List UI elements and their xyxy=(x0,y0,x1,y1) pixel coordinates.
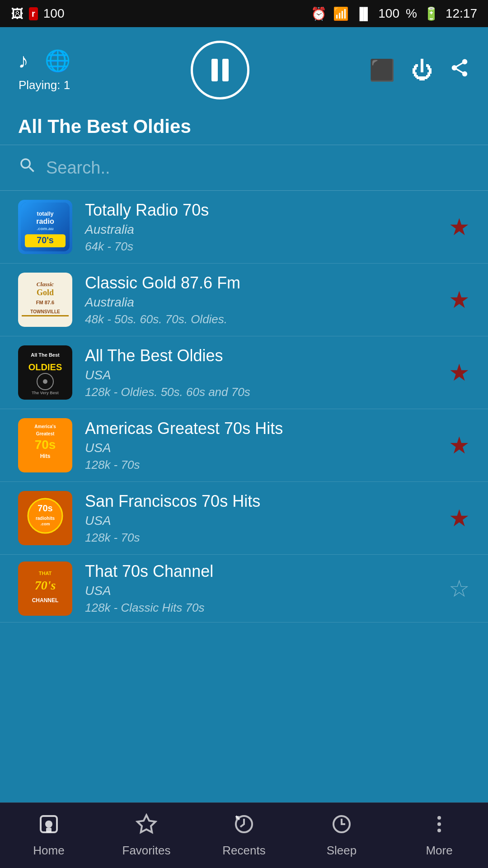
station-info: All The Best Oldies USA 128k - Oldies. 5… xyxy=(85,346,436,399)
station-name: Totally Radio 70s xyxy=(85,201,436,220)
bottom-nav: Home Favorites Recents Sleep xyxy=(0,802,488,868)
stop-icon[interactable]: ⬛ xyxy=(369,58,395,82)
home-icon xyxy=(38,813,60,840)
recents-label: Recents xyxy=(222,844,265,858)
station-info: Totally Radio 70s Australia 64k - 70s xyxy=(85,201,436,254)
station-meta: 48k - 50s. 60s. 70s. Oldies. xyxy=(85,312,436,326)
playing-status: Playing: 1 xyxy=(19,78,70,92)
nav-item-favorites[interactable]: Favorites xyxy=(98,813,195,858)
alarm-icon: ⏰ xyxy=(311,6,327,21)
wifi-icon: 📶 xyxy=(333,6,349,21)
station-meta: 128k - Classic Hits 70s xyxy=(85,601,436,615)
svg-text:THAT: THAT xyxy=(39,571,52,576)
header-right-controls: ⬛ ⏻ xyxy=(369,57,470,83)
svg-text:Hits: Hits xyxy=(40,453,51,459)
status-left: 🖼 r 100 xyxy=(11,6,65,21)
signal-icon: ▐▌ xyxy=(355,7,372,21)
search-icon xyxy=(18,156,37,179)
favorite-star[interactable]: ★ xyxy=(449,213,470,241)
battery-count: 100 xyxy=(43,6,65,21)
favorite-star[interactable]: ★ xyxy=(449,505,470,532)
station-name: All The Best Oldies xyxy=(85,346,436,365)
more-icon xyxy=(428,813,450,840)
nav-item-sleep[interactable]: Sleep xyxy=(293,813,390,858)
station-item[interactable]: THAT 70's CHANNEL That 70s Channel USA 1… xyxy=(0,555,488,623)
power-icon[interactable]: ⏻ xyxy=(411,58,433,83)
radio-icon: r xyxy=(29,7,38,20)
svg-text:OLDIES: OLDIES xyxy=(28,362,62,372)
globe-icon[interactable]: 🌐 xyxy=(45,48,70,73)
station-item[interactable]: totally radio .com.au 70's Totally Radio… xyxy=(0,191,488,264)
station-country: USA xyxy=(85,368,436,382)
pause-icon xyxy=(211,59,229,81)
svg-text:totally: totally xyxy=(37,211,53,217)
svg-text:70s: 70s xyxy=(35,438,56,452)
pause-button[interactable] xyxy=(191,41,249,99)
svg-text:FM 87.6: FM 87.6 xyxy=(36,300,54,305)
nav-item-more[interactable]: More xyxy=(390,813,488,858)
search-bar xyxy=(0,145,488,191)
current-station-title: All The Best Oldies xyxy=(0,108,488,145)
header-controls: ♪ 🌐 Playing: 1 ⬛ ⏻ xyxy=(18,41,470,99)
svg-text:.com: .com xyxy=(40,522,50,526)
header: ♪ 🌐 Playing: 1 ⬛ ⏻ xyxy=(0,27,488,108)
music-icon[interactable]: ♪ xyxy=(18,48,28,73)
home-label: Home xyxy=(33,844,64,858)
station-item[interactable]: America's Greatest 70s Hits Americas Gre… xyxy=(0,409,488,482)
svg-point-17 xyxy=(43,379,47,384)
favorite-star[interactable]: ☆ xyxy=(449,575,470,602)
svg-text:.com.au: .com.au xyxy=(37,226,53,231)
svg-text:Greatest: Greatest xyxy=(36,431,55,436)
station-name: Americas Greatest 70s Hits xyxy=(85,419,436,438)
station-logo: America's Greatest 70s Hits xyxy=(18,418,72,472)
station-logo: THAT 70's CHANNEL xyxy=(18,561,72,616)
status-bar: 🖼 r 100 ⏰ 📶 ▐▌ 100 % 🔋 12:17 xyxy=(0,0,488,27)
favorite-star[interactable]: ★ xyxy=(449,432,470,459)
nav-item-home[interactable]: Home xyxy=(0,813,98,858)
svg-text:CHANNEL: CHANNEL xyxy=(32,597,59,604)
station-country: USA xyxy=(85,441,436,455)
svg-text:TOWNSVILLE: TOWNSVILLE xyxy=(30,309,60,314)
time-display: 12:17 xyxy=(446,6,477,21)
photo-icon: 🖼 xyxy=(11,6,23,21)
favorite-star[interactable]: ★ xyxy=(449,359,470,386)
svg-text:radio: radio xyxy=(36,217,54,225)
svg-text:70's: 70's xyxy=(37,235,54,245)
more-label: More xyxy=(426,844,452,858)
station-country: USA xyxy=(85,584,436,598)
svg-text:All The Best: All The Best xyxy=(31,352,60,358)
station-country: Australia xyxy=(85,222,436,237)
sleep-icon xyxy=(331,813,352,840)
favorites-icon xyxy=(136,813,157,840)
svg-text:radiohits: radiohits xyxy=(36,516,55,521)
recents-icon xyxy=(233,813,255,840)
svg-text:America's: America's xyxy=(34,424,56,429)
station-list: totally radio .com.au 70's Totally Radio… xyxy=(0,191,488,772)
station-item[interactable]: Classic Gold FM 87.6 TOWNSVILLE Classic … xyxy=(0,264,488,336)
nav-item-recents[interactable]: Recents xyxy=(195,813,293,858)
station-country: Australia xyxy=(85,295,436,310)
share-icon[interactable] xyxy=(449,57,470,83)
station-name: San Franciscos 70s Hits xyxy=(85,492,436,511)
station-meta: 128k - 70s xyxy=(85,531,436,545)
station-logo: totally radio .com.au 70's xyxy=(18,200,72,254)
sleep-label: Sleep xyxy=(327,844,357,858)
header-center xyxy=(191,41,249,99)
battery-percent: 100 xyxy=(378,6,399,21)
station-item[interactable]: All The Best OLDIES The Very Best All Th… xyxy=(0,336,488,409)
station-country: USA xyxy=(85,514,436,528)
station-name: That 70s Channel xyxy=(85,562,436,581)
station-meta: 128k - Oldies. 50s. 60s and 70s xyxy=(85,385,436,399)
svg-rect-12 xyxy=(22,315,69,316)
svg-text:Classic: Classic xyxy=(37,281,54,288)
svg-text:Gold: Gold xyxy=(37,288,54,297)
station-logo: Classic Gold FM 87.6 TOWNSVILLE xyxy=(18,273,72,327)
status-right: ⏰ 📶 ▐▌ 100 % 🔋 12:17 xyxy=(311,6,477,21)
station-info: That 70s Channel USA 128k - Classic Hits… xyxy=(85,562,436,615)
station-logo: 70s radiohits .com xyxy=(18,491,72,545)
search-input[interactable] xyxy=(46,158,470,178)
station-item[interactable]: 70s radiohits .com San Franciscos 70s Hi… xyxy=(0,482,488,555)
favorite-star[interactable]: ★ xyxy=(449,286,470,313)
station-info: Americas Greatest 70s Hits USA 128k - 70… xyxy=(85,419,436,472)
svg-point-40 xyxy=(437,822,441,826)
